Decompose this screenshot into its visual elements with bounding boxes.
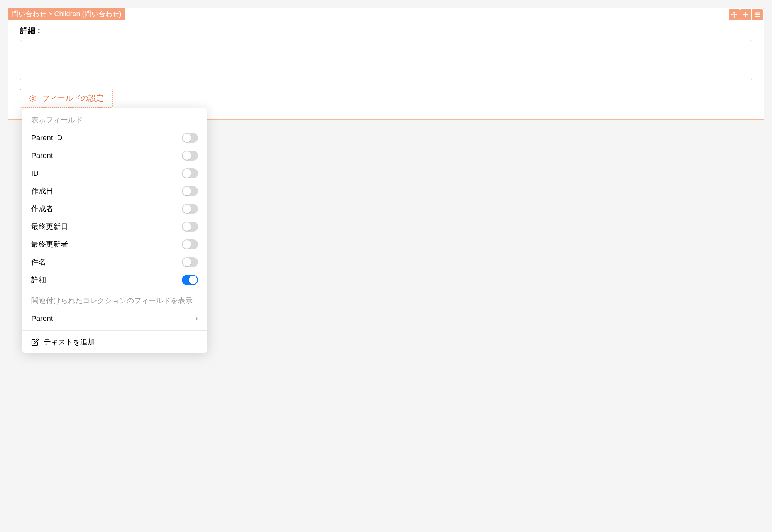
block-toolbar — [729, 9, 763, 20]
field-settings-button[interactable]: フィールドの設定 — [20, 89, 113, 108]
popup-section-title: 表示フィールド — [22, 108, 207, 128]
field-settings-label: フィールドの設定 — [42, 93, 104, 103]
move-icon[interactable] — [729, 9, 740, 20]
detail-textarea[interactable] — [20, 40, 752, 80]
detail-label: 詳細 : — [20, 25, 752, 36]
block-container: 問い合わせ > Children (問い合わせ) 詳細 : — [8, 8, 764, 120]
plus-icon[interactable] — [740, 9, 751, 20]
menu-icon[interactable] — [752, 9, 763, 20]
field-settings-popup: 表示フィールド Parent IDParentID作成日作成者最終更新日最終更新… — [22, 108, 207, 128]
detail-section: 詳細 : フィールドの設定 — [8, 21, 764, 108]
breadcrumb[interactable]: 問い合わせ > Children (問い合わせ) — [8, 8, 125, 20]
gear-icon — [29, 95, 37, 102]
svg-point-0 — [32, 97, 34, 99]
